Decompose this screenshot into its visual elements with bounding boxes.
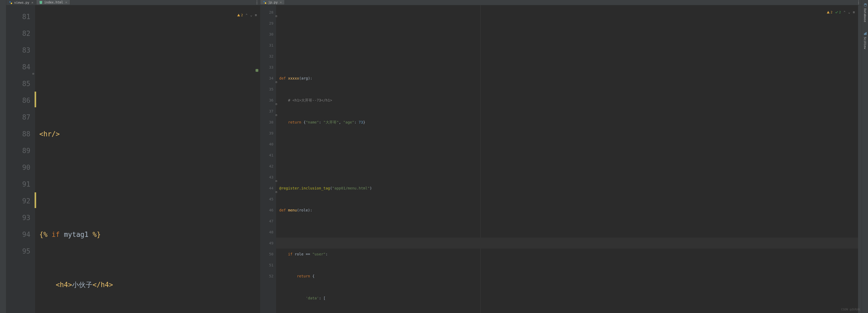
inspection-widget[interactable]: 2 ⌃ ⌄ ≡	[237, 7, 257, 24]
line-number: 30	[260, 29, 274, 40]
svg-rect-10	[865, 33, 866, 35]
code-line: <h4>小伙子</h4>	[39, 276, 260, 293]
line-number: 38	[260, 117, 274, 128]
line-number: 92	[6, 193, 30, 209]
line-number: 49	[260, 238, 274, 249]
line-number: 83	[6, 42, 30, 59]
code-line: return {	[279, 271, 858, 282]
html-file-icon	[39, 1, 43, 4]
line-number: 94	[6, 226, 30, 243]
right-editor[interactable]: 28⊟ 29 30 31 32 33 34⊟ 35 36⊟ 37⊟ 38 3	[260, 5, 862, 313]
scrollbar[interactable]	[858, 5, 862, 313]
inspection-menu-icon[interactable]: ≡	[255, 7, 257, 24]
next-highlight-icon[interactable]: ⌄	[848, 7, 850, 18]
tool-label: SciView	[863, 37, 867, 49]
left-code-area[interactable]: 2 ⌃ ⌄ ≡ <hr/> {% if mytag1 %} <h4>小伙子</h…	[35, 5, 260, 313]
right-tool-strip: Database SciView	[862, 0, 868, 313]
svg-point-5	[265, 2, 266, 4]
line-number: 84⊟	[6, 59, 30, 75]
left-editor[interactable]: 81 82 83 84⊟ 85 86 87 88 89 90 91 92 93 …	[6, 5, 260, 313]
tab-menu-button[interactable]: ⋮	[856, 0, 862, 5]
editor-split: views.py × index.html × ⋮ 81 82 83 8	[6, 0, 862, 313]
svg-point-0	[9, 1, 11, 2]
close-icon[interactable]: ×	[65, 0, 68, 4]
svg-point-8	[864, 4, 866, 5]
code-line	[39, 176, 260, 193]
line-number: 46	[260, 205, 274, 216]
inspection-menu-icon[interactable]: ≡	[853, 7, 855, 18]
left-tool-strip	[0, 0, 6, 313]
tab-label: views.py	[14, 1, 29, 4]
left-pane: views.py × index.html × ⋮ 81 82 83 8	[6, 0, 260, 313]
tool-label: Database	[863, 8, 867, 22]
current-line-highlight	[276, 238, 858, 249]
line-number: 41	[260, 150, 274, 161]
line-number: 87	[6, 109, 30, 126]
line-number: 89	[6, 142, 30, 159]
svg-rect-9	[864, 34, 865, 35]
line-number: 39	[260, 128, 274, 139]
tab-menu-button[interactable]: ⋮	[254, 0, 260, 5]
warning-count: 2	[241, 7, 243, 24]
right-pane: jp.py × ⋮ 28⊟ 29 30 31 32 33	[260, 0, 862, 313]
svg-point-1	[11, 3, 12, 4]
code-line: # <h1>大开哥--73</h1>	[279, 95, 858, 106]
sciview-icon	[863, 32, 867, 36]
line-number: 52	[260, 271, 274, 282]
tab-jp-py[interactable]: jp.py ×	[260, 0, 285, 5]
fold-toggle-icon[interactable]: ⊟	[31, 65, 34, 69]
line-number: 33	[260, 62, 274, 73]
code-line: def xxxxx(arg):	[279, 73, 858, 84]
next-highlight-icon[interactable]: ⌄	[250, 7, 252, 24]
line-number: 43⊟	[260, 172, 274, 183]
line-number: 29	[260, 18, 274, 29]
code-line: if role == "user":	[279, 249, 858, 259]
close-icon[interactable]: ×	[31, 1, 34, 4]
warning-count: 2	[831, 7, 832, 18]
prev-highlight-icon[interactable]: ⌃	[844, 7, 846, 18]
line-number: 90	[6, 159, 30, 176]
line-number: 88	[6, 126, 30, 142]
tab-views-py[interactable]: views.py ×	[6, 0, 36, 5]
line-number: 91	[6, 176, 30, 193]
line-number: 45	[260, 194, 274, 205]
change-marker[interactable]	[35, 92, 36, 107]
warning-indicator[interactable]: 2	[237, 7, 243, 24]
database-tool-button[interactable]: Database	[863, 1, 868, 24]
line-number: 85	[6, 75, 30, 92]
line-number: 48	[260, 227, 274, 238]
left-tab-bar: views.py × index.html × ⋮	[6, 0, 260, 5]
svg-marker-7	[827, 11, 830, 13]
code-line: 'data': [	[279, 292, 858, 304]
code-line: return {"name": "大开哥", "age": 73}	[279, 117, 858, 128]
prev-highlight-icon[interactable]: ⌃	[246, 7, 248, 24]
close-icon[interactable]: ×	[279, 0, 282, 4]
line-number: 28⊟	[260, 7, 274, 18]
typo-indicator[interactable]: 2	[835, 7, 841, 18]
template-gutter-icon[interactable]	[255, 65, 259, 69]
line-number: 51	[260, 259, 274, 271]
watermark-text: CSDN @亦向枫	[841, 308, 860, 311]
line-number: 34⊟	[260, 73, 274, 84]
python-file-icon	[263, 1, 267, 4]
inspection-widget[interactable]: 2 2 ⌃ ⌄ ≡	[827, 7, 855, 18]
sciview-tool-button[interactable]: SciView	[863, 30, 868, 51]
code-line	[279, 161, 858, 172]
code-line: <hr/>	[39, 126, 260, 142]
line-number: 82	[6, 25, 30, 42]
svg-rect-11	[866, 32, 866, 35]
tab-label: index.html	[44, 1, 63, 4]
line-number: 50	[260, 249, 274, 259]
change-marker[interactable]	[35, 193, 36, 208]
line-number: 42	[260, 161, 274, 172]
warning-indicator[interactable]: 2	[827, 7, 832, 18]
tab-index-html[interactable]: index.html ×	[36, 0, 70, 5]
tab-label: jp.py	[268, 1, 278, 4]
line-number: 37⊟	[260, 106, 274, 117]
typo-count: 2	[839, 7, 841, 18]
right-code-area[interactable]: 2 2 ⌃ ⌄ ≡ def xxxxx(arg): # <h1>大开哥--73<…	[276, 5, 858, 313]
line-number: 44⊟	[260, 183, 274, 194]
line-number: 47	[260, 216, 274, 227]
right-tab-bar: jp.py × ⋮	[260, 0, 862, 5]
line-number: 36⊟	[260, 95, 274, 106]
